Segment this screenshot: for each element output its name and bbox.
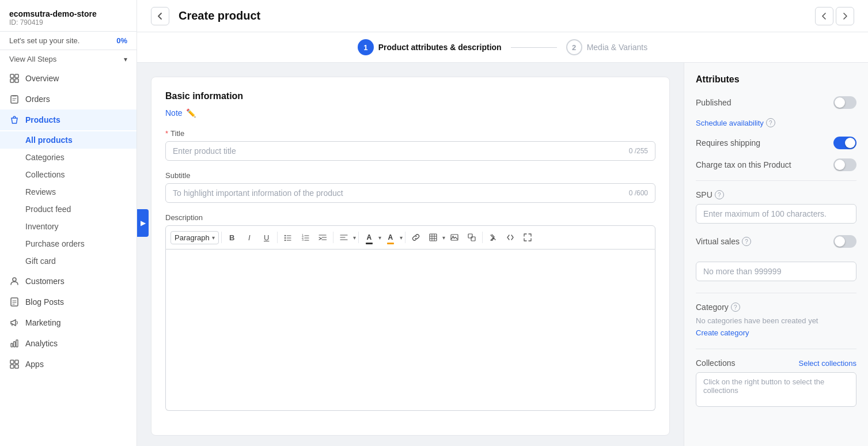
note-row[interactable]: Note ✏️ (165, 108, 655, 118)
svg-rect-23 (468, 234, 472, 238)
sub-nav-product-feed[interactable]: Product feed (0, 201, 137, 218)
virtual-sales-help-icon[interactable]: ? (742, 237, 751, 246)
gallery-button[interactable] (464, 229, 480, 245)
sidebar-item-analytics[interactable]: Analytics (0, 333, 137, 354)
chevron-down-icon[interactable]: ▾ (400, 235, 403, 241)
sub-nav-collections[interactable]: Collections (0, 166, 137, 183)
card-title: Basic information (165, 91, 655, 101)
underline-button[interactable]: U (259, 229, 275, 245)
collections-placeholder: Click on the right button to select the … (703, 377, 849, 395)
indent-button[interactable] (314, 229, 331, 245)
toolbar-sep-2 (277, 232, 278, 243)
sidebar-item-orders[interactable]: Orders (0, 89, 137, 109)
editor-toolbar: Paragraph ▾ B I U 1.2.3. (165, 225, 655, 250)
sub-nav-all-products[interactable]: All products (0, 131, 137, 149)
font-color-button[interactable]: A (361, 229, 377, 245)
sub-nav-inventory[interactable]: Inventory (0, 218, 137, 235)
required-star: * (165, 129, 168, 138)
next-arrow-button[interactable] (836, 7, 854, 25)
sidebar-item-apps[interactable]: Apps (0, 354, 137, 375)
svg-rect-11 (15, 360, 18, 364)
virtual-sales-section: Virtual sales ? (696, 235, 856, 281)
code-button[interactable] (502, 229, 518, 245)
published-toggle[interactable] (833, 96, 856, 109)
sidebar-item-label: Analytics (25, 339, 58, 348)
charge-tax-toggle[interactable] (833, 158, 856, 171)
setup-row: Let's set up your site. 0% (0, 32, 137, 50)
main-content: Create product 1 Product attributes & de… (137, 0, 868, 446)
description-editor[interactable] (165, 250, 655, 411)
sub-nav-gift-card[interactable]: Gift card (0, 252, 137, 270)
paragraph-select[interactable]: Paragraph ▾ (170, 231, 219, 244)
chevron-down-icon[interactable]: ▾ (378, 235, 381, 241)
clipboard-icon (9, 94, 20, 104)
sidebar-item-blog-posts[interactable]: Blog Posts (0, 292, 137, 312)
image-button[interactable] (446, 229, 463, 245)
description-label: Description (165, 213, 655, 222)
chevron-down-icon[interactable]: ▾ (353, 235, 356, 241)
note-label: Note (165, 108, 183, 118)
nav-section: Overview Orders Products All products Ca… (0, 66, 137, 377)
schedule-availability-link[interactable]: Schedule availability ? (696, 118, 856, 127)
subtitle-char-count: 0 /600 (629, 189, 648, 197)
sidebar-item-label: Orders (25, 95, 50, 104)
sub-nav-categories[interactable]: Categories (0, 149, 137, 166)
sidebar-item-customers[interactable]: Customers (0, 271, 137, 292)
requires-shipping-row: Requires shipping (696, 137, 856, 149)
svg-text:3.: 3. (302, 238, 304, 241)
svg-rect-0 (10, 74, 14, 78)
requires-shipping-label: Requires shipping (696, 138, 760, 148)
bag-icon (9, 115, 20, 125)
svg-rect-21 (451, 235, 458, 240)
link-button[interactable] (408, 229, 424, 245)
italic-button[interactable]: I (241, 229, 257, 245)
select-collections-link[interactable]: Select collections (799, 359, 856, 368)
clear-format-button[interactable] (485, 229, 501, 245)
bg-color-button[interactable]: A (382, 229, 399, 245)
sidebar-item-overview[interactable]: Overview (0, 68, 137, 89)
title-input[interactable] (173, 146, 629, 156)
toolbar-sep-1 (221, 232, 222, 243)
step-2-label: Media & Variants (587, 43, 648, 52)
chevron-down-icon[interactable]: ▾ (442, 235, 445, 241)
virtual-sales-label: Virtual sales ? (696, 237, 751, 246)
spu-input[interactable] (696, 204, 856, 224)
bar-chart-icon (9, 338, 20, 349)
sub-nav-reviews[interactable]: Reviews (0, 183, 137, 201)
page-title: Create product (179, 9, 806, 22)
category-label: Category ? (696, 303, 856, 312)
published-label: Published (696, 98, 731, 107)
unordered-list-button[interactable] (280, 229, 296, 245)
sidebar-item-marketing[interactable]: Marketing (0, 312, 137, 333)
sidebar-collapse-tab[interactable]: ▶ (137, 209, 149, 237)
prev-arrow-button[interactable] (815, 7, 833, 25)
form-panel: Basic information Note ✏️ * Title 0 /255 (137, 63, 684, 446)
back-button[interactable] (151, 7, 169, 25)
svg-rect-7 (11, 343, 13, 347)
toggle-knob (835, 236, 845, 247)
svg-rect-1 (15, 74, 18, 78)
virtual-sales-toggle[interactable] (833, 235, 856, 248)
ordered-list-button[interactable]: 1.2.3. (297, 229, 313, 245)
svg-point-15 (285, 237, 286, 239)
svg-rect-3 (15, 79, 18, 82)
virtual-sales-input[interactable] (696, 262, 856, 281)
spu-help-icon[interactable]: ? (715, 190, 724, 199)
sidebar-item-label: Blog Posts (25, 297, 64, 307)
sub-nav-purchase-orders[interactable]: Purchase orders (0, 235, 137, 252)
step-separator (511, 47, 557, 48)
align-button[interactable] (336, 229, 352, 245)
subtitle-input[interactable] (173, 188, 629, 198)
spu-label: SPU ? (696, 190, 856, 199)
requires-shipping-toggle[interactable] (833, 137, 856, 149)
bold-button[interactable]: B (224, 229, 240, 245)
sidebar-item-products[interactable]: Products (0, 109, 137, 130)
create-category-link[interactable]: Create category (696, 328, 749, 337)
category-help-icon[interactable]: ? (731, 303, 740, 312)
view-steps-row[interactable]: View All Steps ▾ (0, 50, 137, 66)
paragraph-label: Paragraph (175, 233, 210, 242)
table-button[interactable] (425, 229, 441, 245)
help-icon[interactable]: ? (766, 118, 775, 127)
sidebar-item-label: Marketing (25, 318, 60, 327)
fullscreen-button[interactable] (520, 229, 536, 245)
